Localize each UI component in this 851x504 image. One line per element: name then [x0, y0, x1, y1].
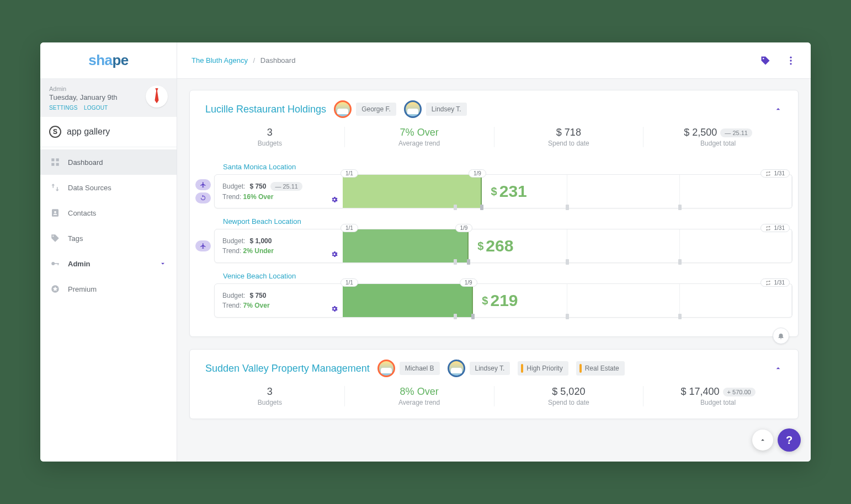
budget-label: Budget:	[222, 237, 245, 245]
budget-track[interactable]: 1/11/91/31$231	[343, 175, 792, 208]
airplane-pill[interactable]	[195, 179, 211, 190]
gear-icon[interactable]	[331, 196, 338, 203]
svg-point-12	[790, 56, 791, 58]
track-tick	[471, 314, 475, 319]
spend-amount: $219	[482, 291, 518, 310]
date-tab-end: 1/31	[760, 224, 790, 232]
spend-amount: $268	[477, 237, 513, 255]
stat-label: Budgets	[195, 140, 344, 147]
panel-title[interactable]: Lucille Restaurant Holdings	[205, 104, 326, 115]
stat-budgets: 3 Budgets	[195, 127, 345, 147]
repeat-icon	[765, 280, 771, 286]
swap-icon	[50, 183, 60, 192]
more-icon[interactable]	[785, 55, 796, 66]
tag-color-bar	[579, 364, 582, 373]
chevron-up-icon[interactable]	[774, 364, 783, 373]
nav-data-sources[interactable]: Data Sources	[40, 175, 177, 200]
gear-icon[interactable]	[331, 250, 338, 258]
svg-rect-2	[51, 163, 54, 166]
person-name: George F.	[356, 103, 396, 116]
trend-value: 16% Over	[243, 193, 274, 201]
stat-value: 3	[195, 386, 344, 398]
progress-fill	[343, 229, 469, 262]
budget-bar-row: Budget: $ 750 — 25.11Trend: 16% Over1/11…	[190, 174, 798, 208]
admin-block: Admin Tuesday, January 9th SETTINGS LOGO…	[40, 79, 177, 117]
person-chip[interactable]: Michael B	[377, 360, 440, 377]
chevron-up-icon[interactable]	[774, 105, 783, 114]
track-tick	[678, 314, 682, 319]
locations-container: Santa Monica LocationBudget: $ 750 — 25.…	[190, 159, 798, 323]
nav-premium[interactable]: Premium	[40, 276, 177, 302]
app-frame: shape Admin Tuesday, January 9th SETTING…	[40, 42, 811, 462]
stat-value: 8% Over	[345, 386, 494, 398]
progress-fill	[343, 284, 473, 317]
stat-label: Average trend	[345, 399, 494, 406]
person-chip[interactable]: George F.	[334, 100, 396, 118]
progress-fill	[343, 175, 482, 208]
airplane-icon	[200, 181, 206, 188]
tag-icon[interactable]	[760, 55, 771, 66]
settings-link[interactable]: SETTINGS	[49, 105, 78, 111]
track-tick	[566, 205, 569, 210]
nav-admin[interactable]: Admin	[40, 251, 177, 276]
stat-label: Budget total	[643, 399, 793, 406]
bell-button[interactable]	[773, 328, 789, 344]
nav-contacts-label: Contacts	[68, 209, 96, 217]
chevron-down-icon	[159, 260, 167, 267]
nav-contacts[interactable]: Contacts	[40, 200, 177, 226]
location-name[interactable]: Santa Monica Location	[190, 159, 798, 174]
budget-track[interactable]: 1/11/91/31$219	[343, 284, 792, 317]
panel-title[interactable]: Sudden Valley Property Management	[205, 363, 370, 374]
person-chip[interactable]: Lindsey T.	[448, 360, 510, 377]
stat-label: Average trend	[345, 140, 494, 147]
nav-dashboard[interactable]: Dashboard	[40, 149, 177, 175]
budget-track-frame: Budget: $ 750 Trend: 7% Over1/11/91/31$2…	[214, 283, 793, 318]
stat-total: $ 17,400 + 570.00 Budget total	[643, 386, 793, 406]
tag-color-bar	[521, 364, 523, 373]
track-tick	[454, 259, 457, 265]
logout-link[interactable]: LOGOUT	[84, 105, 108, 111]
scroll-area[interactable]: Lucille Restaurant Holdings George F. Li…	[177, 79, 811, 462]
tag-label: Real Estate	[585, 364, 619, 372]
stat-label: Spend to date	[494, 140, 643, 147]
location-block: Newport Beach LocationBudget: $ 1,000 Tr…	[190, 214, 798, 269]
budget-track[interactable]: 1/11/91/31$268	[343, 229, 792, 262]
tag-label: High Priority	[526, 364, 562, 372]
track-tick	[678, 205, 682, 210]
stat-total: $ 2,500 — 25.11 Budget total	[643, 127, 793, 147]
location-name[interactable]: Newport Beach Location	[190, 214, 798, 229]
user-avatar[interactable]	[146, 85, 168, 108]
scroll-top-button[interactable]	[752, 430, 773, 451]
refresh-pill[interactable]	[195, 192, 211, 203]
stat-label: Budgets	[195, 399, 344, 406]
location-block: Santa Monica LocationBudget: $ 750 — 25.…	[190, 159, 798, 214]
budget-info: Budget: $ 750 — 25.11Trend: 16% Over	[215, 175, 343, 208]
contacts-icon	[50, 208, 60, 218]
airplane-pill[interactable]	[195, 240, 211, 251]
gear-icon[interactable]	[331, 305, 338, 313]
refresh-icon	[200, 195, 206, 201]
delta-pill: — 25.11	[270, 182, 302, 191]
svg-point-11	[763, 58, 764, 60]
stat-value: 3	[195, 127, 344, 138]
help-button[interactable]: ?	[778, 428, 801, 452]
breadcrumb-agency[interactable]: The Bluth Agency	[192, 56, 248, 65]
person-name: Michael B	[400, 362, 440, 375]
location-name[interactable]: Venice Beach Location	[190, 269, 798, 283]
logo-part1: sha	[88, 52, 112, 68]
star-icon	[50, 284, 60, 294]
tag-chip[interactable]: High Priority	[518, 361, 568, 376]
budget-amount: $ 1,000	[249, 237, 272, 245]
stat-spend: $ 718 Spend to date	[494, 127, 644, 147]
nav-tags[interactable]: Tags	[40, 226, 177, 251]
tag-chip[interactable]: Real Estate	[576, 361, 625, 376]
budget-track-frame: Budget: $ 750 — 25.11Trend: 16% Over1/11…	[214, 174, 793, 208]
stats-row: 3 Budgets 8% Over Average trend $ 5,020 …	[190, 383, 798, 419]
person-chip[interactable]: Lindsey T.	[404, 100, 467, 118]
svg-rect-9	[58, 263, 59, 265]
trend-value: 7% Over	[243, 302, 270, 309]
track-tick	[566, 314, 569, 319]
app-gallery-link[interactable]: S app gallery	[40, 117, 177, 147]
stat-label: Budget total	[643, 140, 793, 147]
client-panel-lucille: Lucille Restaurant Holdings George F. Li…	[189, 90, 799, 337]
